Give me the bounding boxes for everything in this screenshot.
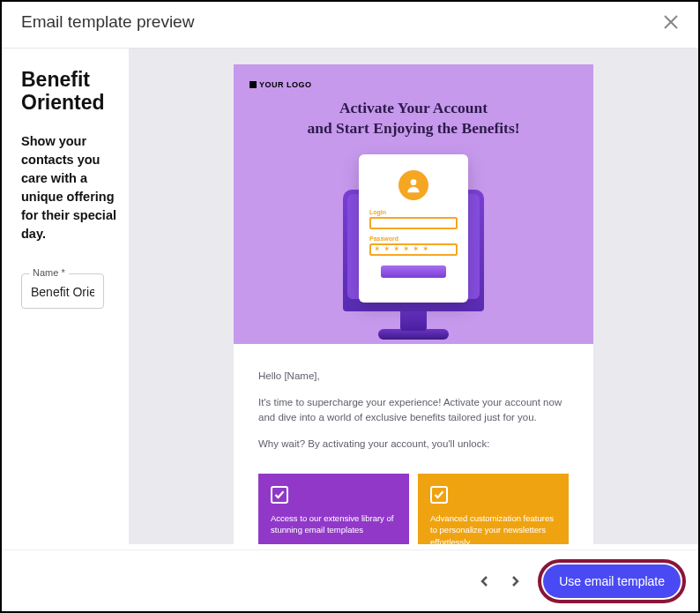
hero-line1: Activate Your Account bbox=[249, 98, 577, 118]
login-field bbox=[369, 217, 458, 229]
next-button[interactable] bbox=[503, 569, 527, 594]
logo: YOUR LOGO bbox=[249, 80, 577, 89]
cta-highlight: Use email template bbox=[538, 559, 686, 603]
template-title: Benefit Oriented bbox=[21, 68, 116, 115]
check-icon bbox=[430, 486, 448, 504]
password-field: ✶✶✶✶✶✶ bbox=[369, 243, 458, 256]
modal-footer: Use email template bbox=[2, 549, 698, 611]
login-card: Login Password ✶✶✶✶✶✶ bbox=[359, 154, 468, 303]
close-icon[interactable] bbox=[663, 14, 679, 30]
hero-title: Activate Your Account and Start Enjoying… bbox=[249, 98, 577, 138]
hero-line2: and Start Enjoying the Benefits! bbox=[249, 118, 577, 138]
benefit-card-2: Advanced customization features to perso… bbox=[418, 474, 569, 544]
benefit-card-1: Access to our extensive library of stunn… bbox=[258, 474, 409, 544]
check-icon bbox=[271, 486, 288, 504]
preview-area: YOUR LOGO Activate Your Account and Star… bbox=[129, 49, 698, 544]
template-description: Show your contacts you care with a uniqu… bbox=[21, 132, 116, 243]
name-input[interactable]: Benefit Oriented bbox=[31, 285, 94, 299]
use-template-button[interactable]: Use email template bbox=[543, 564, 681, 598]
body-p2: Why wait? By activating your account, yo… bbox=[258, 437, 569, 452]
email-body: Hello [Name], It's time to supercharge y… bbox=[234, 344, 593, 474]
benefit-text-2: Advanced customization features to perso… bbox=[430, 512, 556, 544]
greeting: Hello [Name], bbox=[258, 369, 569, 385]
password-label: Password bbox=[369, 235, 398, 242]
login-submit-button bbox=[381, 265, 446, 278]
sidebar: Benefit Oriented Show your contacts you … bbox=[2, 49, 129, 544]
logo-mark-icon bbox=[249, 81, 257, 88]
login-label: Login bbox=[369, 209, 386, 215]
svg-point-2 bbox=[411, 179, 417, 185]
name-input-wrapper[interactable]: Name * Benefit Oriented bbox=[21, 273, 104, 309]
logo-text: YOUR LOGO bbox=[259, 80, 312, 89]
email-canvas: YOUR LOGO Activate Your Account and Star… bbox=[234, 64, 593, 544]
prev-button[interactable] bbox=[473, 569, 497, 594]
monitor-illustration: Login Password ✶✶✶✶✶✶ bbox=[325, 154, 502, 340]
avatar-icon bbox=[398, 170, 428, 200]
email-hero: YOUR LOGO Activate Your Account and Star… bbox=[234, 64, 593, 344]
benefit-cards: Access to our extensive library of stunn… bbox=[234, 474, 593, 544]
body-p1: It's time to supercharge your experience… bbox=[258, 395, 569, 427]
modal-title: Email template preview bbox=[21, 12, 194, 32]
name-label: Name * bbox=[29, 267, 69, 278]
benefit-text-1: Access to our extensive library of stunn… bbox=[271, 512, 397, 536]
